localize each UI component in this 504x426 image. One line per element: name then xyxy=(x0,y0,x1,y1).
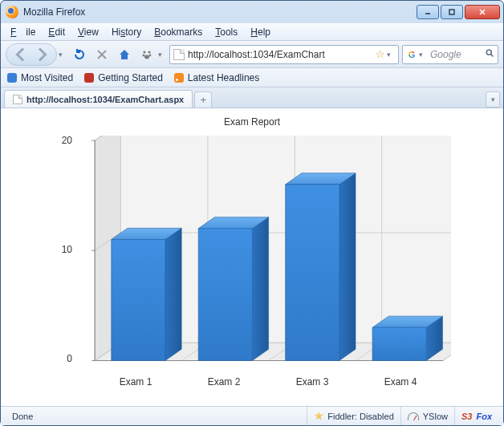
svg-line-12 xyxy=(491,55,494,57)
paw-dropdown-icon[interactable]: ▾ xyxy=(158,51,166,59)
page-content: Exam Report xyxy=(1,108,503,406)
paw-icon[interactable] xyxy=(137,45,156,64)
status-yslow[interactable]: YSlow xyxy=(400,407,454,425)
chart-title: Exam Report xyxy=(43,116,461,128)
bookmark-star-icon[interactable]: ☆ xyxy=(376,48,385,60)
tabstrip: http://localhost:1034/ExamChart.aspx + ▾ xyxy=(1,87,503,108)
back-forward-pill xyxy=(6,43,57,66)
menu-view[interactable]: View xyxy=(73,25,104,39)
chart-y-tick: 20 xyxy=(43,135,72,146)
chart: Exam Report xyxy=(43,116,461,389)
chart-x-tick: Exam 1 xyxy=(91,376,180,391)
new-tab-button[interactable]: + xyxy=(194,91,212,108)
chart-svg xyxy=(79,136,451,375)
history-dropdown-icon[interactable]: ▾ xyxy=(59,51,67,59)
page-icon xyxy=(173,49,185,60)
titlebar: Mozilla Firefox xyxy=(1,1,503,23)
svg-point-8 xyxy=(143,54,145,56)
bookmark-label: Getting Started xyxy=(98,72,163,83)
chart-x-tick: Exam 2 xyxy=(180,376,268,391)
chart-plot: Exam 1Exam 2Exam 3Exam 4 01020 xyxy=(43,132,461,389)
status-fiddler[interactable]: Fiddler: Disabled xyxy=(307,407,400,425)
window-title: Mozilla Firefox xyxy=(23,6,417,18)
chart-bar xyxy=(198,229,252,361)
statusbar: Done Fiddler: Disabled YSlow S3Fox xyxy=(1,406,503,425)
chart-x-tick: Exam 4 xyxy=(356,376,445,391)
bookmark-getting-started[interactable]: Getting Started xyxy=(84,72,163,83)
svg-point-11 xyxy=(486,50,491,55)
status-text: Done xyxy=(6,407,307,425)
google-icon: G xyxy=(406,49,417,60)
tabs-dropdown-icon[interactable]: ▾ xyxy=(486,91,500,108)
chart-bar xyxy=(165,228,181,360)
tab-label: http://localhost:1034/ExamChart.aspx xyxy=(26,95,184,104)
menu-edit[interactable]: Edit xyxy=(43,25,70,39)
page-icon xyxy=(13,95,22,104)
bookmarks-bar: Most Visited Getting Started Latest Head… xyxy=(1,68,503,87)
yslow-icon xyxy=(408,412,419,420)
feed-icon xyxy=(174,73,184,83)
tab-active[interactable]: http://localhost:1034/ExamChart.aspx xyxy=(4,90,193,108)
firefox-icon xyxy=(6,6,18,18)
chart-bar xyxy=(339,173,356,361)
chart-bar xyxy=(112,240,165,361)
svg-rect-1 xyxy=(449,10,454,14)
chart-x-tick: Exam 3 xyxy=(268,376,356,391)
menubar: File Edit View History Bookmarks Tools H… xyxy=(1,23,503,41)
reload-button[interactable] xyxy=(70,45,89,64)
bookmark-label: Most Visited xyxy=(21,72,73,83)
most-visited-icon xyxy=(7,73,17,83)
search-bar[interactable]: G▾ Google xyxy=(402,45,498,64)
chart-y-tick: 10 xyxy=(43,244,72,255)
menu-bookmarks[interactable]: Bookmarks xyxy=(149,25,207,39)
getting-started-icon xyxy=(84,73,94,83)
home-button[interactable] xyxy=(115,45,134,64)
menu-help[interactable]: Help xyxy=(246,25,275,39)
chart-y-tick: 0 xyxy=(43,353,72,364)
menu-history[interactable]: History xyxy=(107,25,146,39)
url-dropdown-icon[interactable]: ▾ xyxy=(387,51,395,59)
menu-tools[interactable]: Tools xyxy=(210,25,242,39)
url-text: http://localhost:1034/ExamChart xyxy=(188,49,372,60)
bookmark-latest-headlines[interactable]: Latest Headlines xyxy=(174,72,259,83)
stop-button[interactable] xyxy=(92,45,112,64)
svg-point-6 xyxy=(143,51,145,53)
chart-bar xyxy=(286,185,339,360)
search-placeholder: Google xyxy=(430,49,482,60)
search-engine-dropdown-icon[interactable]: ▾ xyxy=(419,51,427,59)
svg-point-7 xyxy=(148,51,150,53)
chart-x-labels: Exam 1Exam 2Exam 3Exam 4 xyxy=(91,376,445,391)
svg-point-9 xyxy=(149,54,152,56)
bookmark-label: Latest Headlines xyxy=(188,72,259,83)
close-button[interactable] xyxy=(465,5,500,19)
url-bar[interactable]: http://localhost:1034/ExamChart ☆ ▾ xyxy=(169,45,399,64)
back-button[interactable] xyxy=(11,45,30,64)
nav-toolbar: ▾ ▾ http://localhost:1034/ExamChart ☆ ▾ … xyxy=(1,41,503,68)
browser-window: Mozilla Firefox File Edit View History B… xyxy=(0,0,504,426)
svg-point-10 xyxy=(144,55,149,59)
minimize-button[interactable] xyxy=(417,5,439,19)
bookmark-most-visited[interactable]: Most Visited xyxy=(7,72,73,83)
maximize-button[interactable] xyxy=(441,5,463,19)
search-icon[interactable] xyxy=(485,48,494,60)
chart-bar xyxy=(252,217,268,361)
menu-file[interactable]: File xyxy=(6,25,40,39)
chart-bar xyxy=(372,327,426,360)
status-s3fox[interactable]: S3Fox xyxy=(454,407,498,425)
fiddler-icon xyxy=(314,412,323,421)
forward-button[interactable] xyxy=(32,45,51,64)
